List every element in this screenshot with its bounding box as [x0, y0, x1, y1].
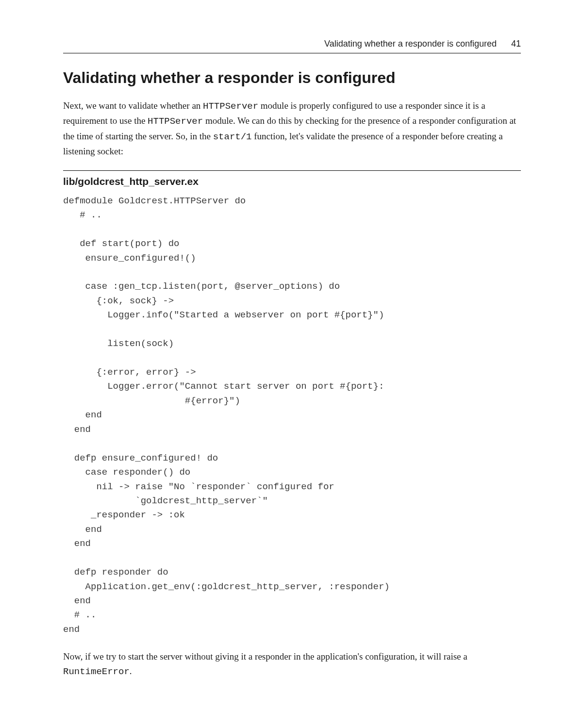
- code-block: defmodule Goldcrest.HTTPServer do # .. d…: [63, 194, 521, 637]
- code-inline: start/1: [213, 132, 252, 142]
- page-header: Validating whether a responder is config…: [63, 39, 521, 49]
- file-path-label: lib/goldcrest_http_server.ex: [63, 176, 521, 187]
- text-fragment: Next, we want to validate whether an: [63, 100, 203, 111]
- code-inline: HTTPServer: [203, 101, 258, 112]
- text-fragment: Now, if we try to start the server witho…: [63, 651, 467, 662]
- running-title: Validating whether a responder is config…: [324, 39, 497, 49]
- header-rule: [63, 53, 521, 53]
- code-inline: HTTPServer: [148, 116, 203, 127]
- file-rule: [63, 170, 521, 171]
- code-inline: RuntimeError: [63, 666, 130, 677]
- text-fragment: .: [130, 666, 132, 676]
- intro-paragraph: Next, we want to validate whether an HTT…: [63, 99, 521, 159]
- page-number: 41: [511, 39, 521, 49]
- section-heading: Validating whether a responder is config…: [63, 69, 521, 87]
- closing-paragraph: Now, if we try to start the server witho…: [63, 649, 521, 679]
